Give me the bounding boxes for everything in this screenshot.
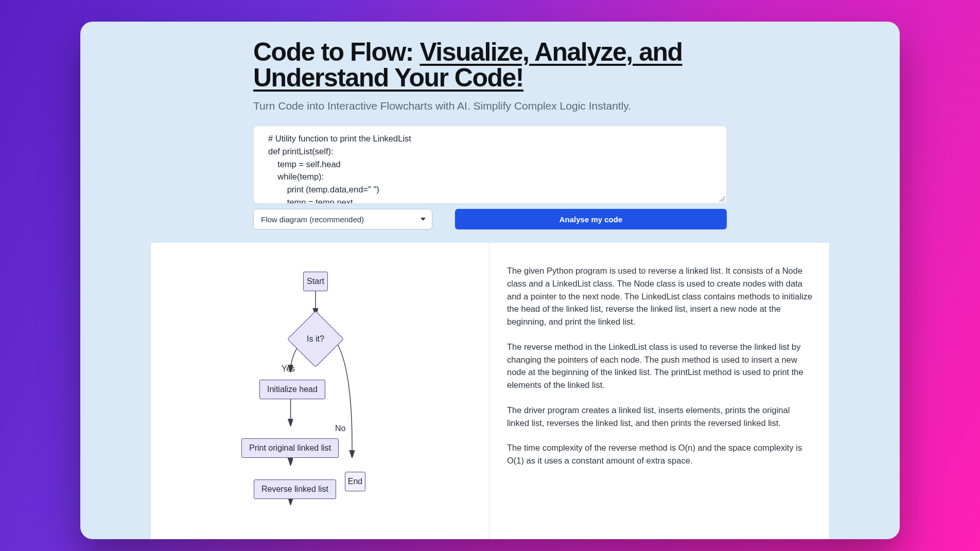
flowchart-node-decision: Is it?	[295, 319, 336, 359]
flowchart-node-start: Start	[303, 272, 328, 291]
node-label: Print original linked list	[249, 443, 331, 453]
flowchart-node-initialize: Initialize head	[259, 380, 325, 399]
explanation-paragraph: The time complexity of the reverse metho…	[507, 441, 813, 467]
flowchart-node-end: End	[345, 472, 365, 491]
diagram-type-select[interactable]: Flow diagram (recommended)	[253, 209, 432, 229]
select-value: Flow diagram (recommended)	[261, 215, 364, 224]
page-title: Code to Flow: Visualize, Analyze, and Un…	[253, 39, 727, 91]
edge-label-no: No	[335, 424, 345, 433]
flowchart-node-reverse: Reverse linked list	[254, 479, 336, 499]
explanation-paragraph: The driver program creates a linked list…	[507, 404, 813, 430]
node-label: Start	[307, 277, 324, 286]
header-section: Code to Flow: Visualize, Analyze, and Un…	[253, 39, 727, 229]
node-label: Is it?	[307, 334, 324, 344]
node-label: Reverse linked list	[261, 485, 328, 494]
controls-row: Flow diagram (recommended) Analyse my co…	[253, 209, 727, 229]
page-subtitle: Turn Code into Interactive Flowcharts wi…	[253, 100, 727, 112]
node-label: End	[348, 477, 362, 486]
explanation-pane: The given Python program is used to reve…	[489, 243, 829, 539]
title-plain: Code to Flow:	[253, 38, 419, 66]
node-label: Initialize head	[267, 385, 318, 394]
app-window: Code to Flow: Visualize, Analyze, and Un…	[80, 22, 900, 539]
flowchart-node-print: Print original linked list	[241, 438, 339, 458]
explanation-paragraph: The reverse method in the LinkedList cla…	[507, 341, 813, 392]
explanation-paragraph: The given Python program is used to reve…	[507, 264, 813, 328]
results-panel: Start Is it? Yes No Initialize head Prin…	[151, 243, 829, 539]
flowchart-pane: Start Is it? Yes No Initialize head Prin…	[151, 243, 489, 539]
code-input[interactable]: # Utility function to print the LinkedLi…	[253, 126, 727, 204]
edge-label-yes: Yes	[282, 364, 295, 374]
analyse-button[interactable]: Analyse my code	[455, 209, 727, 229]
flowchart: Start Is it? Yes No Initialize head Prin…	[151, 263, 489, 539]
